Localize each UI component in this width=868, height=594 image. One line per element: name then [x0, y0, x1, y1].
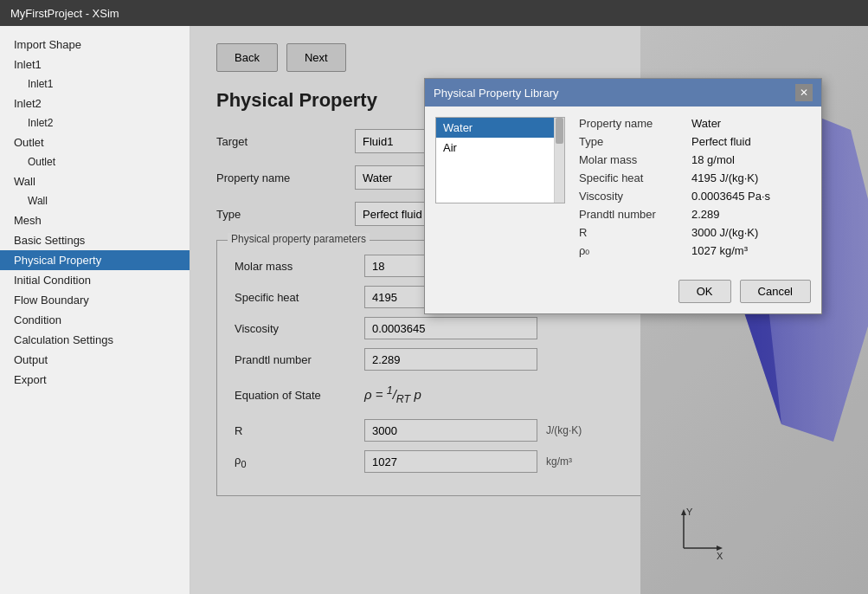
titlebar: MyFirstProject - XSim [0, 0, 868, 26]
modal-list-panel: Water Air [435, 117, 565, 262]
sidebar-item-inlet2-child[interactable]: Inlet2 [0, 113, 190, 132]
sidebar-item-outlet-child[interactable]: Outlet [0, 152, 190, 171]
sidebar-item-physical-property[interactable]: Physical Property [0, 250, 190, 270]
main-area: Back Next Physical Property Target Fluid… [190, 26, 868, 594]
modal-overlay: Physical Property Library ✕ Water Air [190, 26, 868, 594]
modal-scrollbar[interactable] [554, 118, 564, 203]
sidebar-item-export[interactable]: Export [0, 370, 190, 390]
sidebar-item-import-shape[interactable]: Import Shape [0, 35, 190, 55]
modal-r-value: 3000 J/(kg·K) [691, 226, 758, 239]
modal-body: Water Air Property name Water [425, 107, 821, 273]
modal-prop-specific-heat: Specific heat 4195 J/(kg·K) [579, 171, 811, 184]
main-layout: Import ShapeInlet1Inlet1Inlet2Inlet2Outl… [0, 26, 868, 594]
modal-prop-r: R 3000 J/(kg·K) [579, 226, 811, 239]
modal-r-label: R [579, 226, 691, 239]
modal-prop-rho0: ρ₀ 1027 kg/m³ [579, 244, 811, 257]
sidebar-item-flow-boundary[interactable]: Flow Boundary [0, 290, 190, 310]
sidebar-item-mesh[interactable]: Mesh [0, 210, 190, 230]
sidebar-item-initial-condition[interactable]: Initial Condition [0, 270, 190, 290]
modal-molar-mass-label: Molar mass [579, 153, 691, 166]
sidebar-item-condition[interactable]: Condition [0, 310, 190, 330]
modal-prop-name-label: Property name [579, 117, 691, 130]
list-item-air[interactable]: Air [436, 138, 554, 158]
cancel-button[interactable]: Cancel [740, 280, 811, 303]
modal-rho0-label: ρ₀ [579, 244, 691, 257]
physical-property-library-modal: Physical Property Library ✕ Water Air [424, 78, 822, 314]
list-item-water[interactable]: Water [436, 118, 554, 138]
sidebar-item-inlet1-child[interactable]: Inlet1 [0, 74, 190, 94]
modal-props-panel: Property name Water Type Perfect fluid M… [579, 117, 811, 262]
modal-prop-viscosity: Viscosity 0.0003645 Pa·s [579, 190, 811, 203]
sidebar-item-outlet-group[interactable]: Outlet [0, 132, 190, 152]
modal-prandtl-label: Prandtl number [579, 208, 691, 221]
sidebar-item-inlet2-group[interactable]: Inlet2 [0, 94, 190, 113]
modal-footer: OK Cancel [425, 273, 821, 313]
modal-prop-prandtl: Prandtl number 2.289 [579, 208, 811, 221]
sidebar-item-wall-group[interactable]: Wall [0, 171, 190, 191]
sidebar-item-basic-settings[interactable]: Basic Settings [0, 230, 190, 250]
modal-prandtl-value: 2.289 [691, 208, 720, 221]
modal-specific-heat-label: Specific heat [579, 171, 691, 184]
modal-listbox-container: Water Air [435, 117, 565, 203]
modal-viscosity-value: 0.0003645 Pa·s [691, 190, 770, 203]
modal-viscosity-label: Viscosity [579, 190, 691, 203]
app-title: MyFirstProject - XSim [10, 7, 119, 20]
sidebar: Import ShapeInlet1Inlet1Inlet2Inlet2Outl… [0, 26, 190, 594]
modal-prop-type: Type Perfect fluid [579, 135, 811, 148]
modal-rho0-value: 1027 kg/m³ [691, 244, 748, 257]
modal-type-label: Type [579, 135, 691, 148]
sidebar-item-calculation-settings[interactable]: Calculation Settings [0, 330, 190, 350]
modal-close-button[interactable]: ✕ [795, 84, 813, 101]
modal-prop-name-value: Water [691, 117, 721, 130]
sidebar-item-wall-child[interactable]: Wall [0, 191, 190, 210]
modal-prop-property-name: Property name Water [579, 117, 811, 130]
modal-type-value: Perfect fluid [691, 135, 751, 148]
sidebar-item-output[interactable]: Output [0, 350, 190, 370]
modal-listbox: Water Air [436, 118, 554, 203]
modal-molar-mass-value: 18 g/mol [691, 153, 735, 166]
modal-title: Physical Property Library [434, 87, 559, 100]
modal-specific-heat-value: 4195 J/(kg·K) [691, 171, 758, 184]
ok-button[interactable]: OK [678, 280, 731, 303]
modal-prop-molar-mass: Molar mass 18 g/mol [579, 153, 811, 166]
modal-titlebar: Physical Property Library ✕ [425, 79, 821, 107]
sidebar-item-inlet1-group[interactable]: Inlet1 [0, 55, 190, 74]
